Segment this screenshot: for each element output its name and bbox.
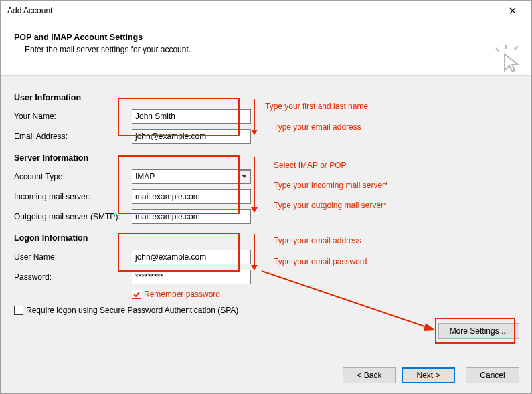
chevron-down-icon <box>238 170 250 183</box>
row-email: Email Address: <box>14 126 518 146</box>
input-email[interactable] <box>132 129 251 144</box>
checkbox-remember-password[interactable] <box>132 290 141 299</box>
section-logon-info: Logon Information <box>14 233 518 243</box>
close-button[interactable] <box>499 1 526 20</box>
label-remember-password: Remember password <box>144 290 220 299</box>
more-settings-button[interactable]: More Settings ... <box>438 323 519 339</box>
label-password: Password: <box>14 272 132 282</box>
row-account-type: Account Type: IMAP <box>14 167 518 187</box>
titlebar: Add Account <box>1 1 531 21</box>
annotation-text: Type your incoming mail server* <box>274 181 388 190</box>
label-account-type: Account Type: <box>14 172 132 181</box>
row-user-name: User Name: <box>14 247 518 267</box>
next-button[interactable]: Next > <box>402 367 455 383</box>
annotation-text: Select IMAP or POP <box>274 161 347 170</box>
input-outgoing[interactable] <box>132 209 251 224</box>
annotation-text: Type your email password <box>274 257 367 266</box>
label-email: Email Address: <box>14 132 132 141</box>
annotation-text: Type your email address <box>274 236 361 245</box>
row-password: Password: <box>14 267 518 287</box>
annotation-text: Type your email address <box>274 122 361 132</box>
row-outgoing: Outgoing mail server (SMTP): <box>14 207 518 227</box>
label-spa: Require logon using Secure Password Auth… <box>26 306 238 315</box>
annotation-text: Type your outgoing mail server* <box>274 201 387 210</box>
header-section: POP and IMAP Account Settings Enter the … <box>1 21 531 76</box>
label-outgoing: Outgoing mail server (SMTP): <box>14 212 132 221</box>
row-spa: Require logon using Secure Password Auth… <box>14 306 518 315</box>
input-user-name[interactable] <box>132 250 251 264</box>
row-remember-password: Remember password <box>132 290 518 299</box>
cancel-button[interactable]: Cancel <box>466 367 519 383</box>
label-your-name: Your Name: <box>14 112 132 121</box>
input-password[interactable] <box>132 270 251 284</box>
footer-buttons: < Back Next > Cancel <box>343 367 519 383</box>
section-server-info: Server Information <box>14 153 518 163</box>
page-subheading: Enter the mail server settings for your … <box>25 45 518 54</box>
wizard-cursor-icon <box>494 45 522 73</box>
select-account-type-value: IMAP <box>135 172 155 181</box>
svg-line-1 <box>514 46 518 50</box>
form-body: User Information Your Name: Email Addres… <box>1 76 531 394</box>
close-icon <box>509 7 516 14</box>
row-incoming: Incoming mail server: <box>14 187 518 207</box>
label-incoming: Incoming mail server: <box>14 192 132 201</box>
checkmark-icon <box>132 290 141 298</box>
add-account-dialog: Add Account POP and IMAP Account Setting… <box>0 0 532 394</box>
window-title: Add Account <box>7 6 499 15</box>
svg-line-0 <box>496 48 499 52</box>
input-incoming[interactable] <box>132 189 251 204</box>
input-your-name[interactable] <box>132 109 251 124</box>
select-account-type[interactable]: IMAP <box>132 169 251 184</box>
checkbox-spa[interactable] <box>14 306 23 315</box>
section-user-info: User Information <box>14 93 518 102</box>
annotation-text: Type your first and last name <box>265 102 368 111</box>
page-heading: POP and IMAP Account Settings <box>14 33 518 42</box>
back-button[interactable]: < Back <box>343 367 396 383</box>
label-user-name: User Name: <box>14 252 132 262</box>
